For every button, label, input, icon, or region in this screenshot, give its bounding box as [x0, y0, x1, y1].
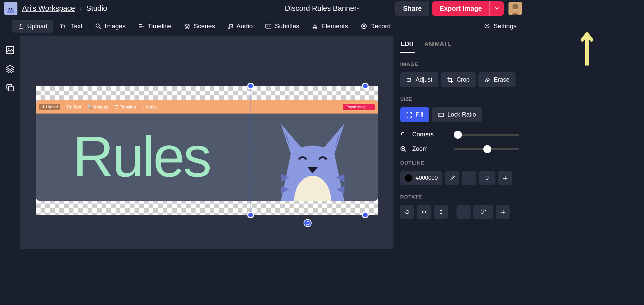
tool-timeline[interactable]: Timeline — [132, 20, 177, 33]
project-title[interactable]: Discord Rules Banner- — [285, 4, 359, 13]
svg-point-8 — [313, 27, 315, 29]
svg-rect-16 — [9, 86, 13, 91]
tool-record[interactable]: Record — [355, 20, 397, 33]
banner-preview[interactable]: ⬆ Upload Tᴛ Text 🔍 Images ☰ Timeline ♪ A… — [36, 100, 378, 201]
tool-audio[interactable]: Audio — [222, 20, 259, 33]
text-icon: TT — [60, 23, 67, 29]
svg-point-22 — [439, 114, 440, 115]
tab-edit[interactable]: EDIT — [400, 41, 415, 53]
svg-point-0 — [9, 8, 10, 9]
corners-label: Corners — [412, 131, 434, 138]
export-image-button[interactable]: Export Image — [432, 1, 489, 16]
zoom-icon — [400, 146, 407, 152]
workspace-link[interactable]: Ari's Workspace — [22, 4, 75, 13]
image-icon[interactable] — [6, 46, 14, 54]
svg-point-12 — [486, 25, 488, 27]
svg-text:T: T — [60, 24, 63, 29]
outline-value[interactable]: 0 — [479, 171, 495, 185]
music-icon — [228, 23, 233, 29]
workspace-avatar[interactable] — [4, 2, 17, 15]
svg-rect-21 — [439, 113, 443, 117]
banner-timeline: ☰ Timeline — [114, 104, 136, 110]
svg-point-1 — [11, 8, 12, 9]
banner-text: Tᴛ Text — [66, 104, 81, 110]
svg-point-18 — [408, 78, 409, 79]
banner-audio: ♪ Audio — [142, 104, 157, 110]
zoom-slider[interactable] — [454, 148, 519, 150]
svg-text:T: T — [63, 25, 65, 29]
ratio-icon — [438, 112, 444, 118]
zoom-label: Zoom — [412, 145, 428, 152]
erase-icon — [484, 77, 490, 83]
subtitles-icon — [265, 24, 271, 29]
resize-handle-top[interactable] — [247, 83, 254, 89]
eyedropper-button[interactable] — [445, 171, 459, 185]
search-icon — [95, 23, 101, 29]
tool-scenes[interactable]: Scenes — [178, 20, 221, 33]
svg-rect-7 — [266, 24, 271, 28]
rotate-value[interactable]: 0° — [473, 205, 493, 219]
svg-point-6 — [96, 24, 99, 27]
crop-icon — [447, 77, 453, 83]
section-size-label: SIZE — [400, 96, 519, 102]
tool-text[interactable]: TT Text — [54, 20, 89, 33]
rotate-increase-button[interactable]: + — [496, 205, 510, 219]
record-icon — [361, 23, 367, 29]
tool-settings[interactable]: Settings — [478, 20, 523, 33]
decrease-button[interactable]: − — [462, 171, 476, 185]
rotate-handle[interactable] — [304, 219, 312, 227]
shapes-icon — [312, 23, 318, 29]
breadcrumb-separator: › — [80, 5, 82, 11]
tool-images[interactable]: Images — [89, 20, 131, 33]
section-outline-label: OUTLINE — [400, 160, 519, 166]
flip-horizontal-button[interactable] — [417, 205, 431, 219]
timeline-icon — [138, 23, 144, 29]
svg-point-20 — [408, 81, 410, 82]
outline-color[interactable]: #000000 — [400, 171, 442, 185]
eyedropper-icon — [449, 175, 455, 181]
fill-button[interactable]: Fill — [400, 107, 429, 122]
rotate-icon — [405, 209, 410, 215]
svg-rect-9 — [315, 27, 317, 29]
banner-upload: ⬆ Upload — [39, 104, 61, 110]
canvas-area[interactable]: ⬆ Upload Tᴛ Text 🔍 Images ☰ Timeline ♪ A… — [20, 36, 393, 249]
svg-rect-13 — [6, 46, 14, 54]
rotate-cw-button[interactable] — [400, 205, 414, 219]
flip-v-icon — [438, 209, 443, 215]
cat-illustration[interactable] — [274, 107, 351, 201]
rotate-decrease-button[interactable]: − — [457, 205, 471, 219]
banner-images: 🔍 Images — [87, 104, 108, 110]
section-rotate-label: ROTATE — [400, 194, 519, 200]
svg-point-11 — [363, 25, 365, 27]
copy-icon[interactable] — [6, 83, 14, 92]
gear-icon — [484, 23, 490, 29]
corners-icon — [400, 131, 407, 138]
chevron-down-icon — [494, 7, 499, 10]
increase-button[interactable]: + — [498, 171, 512, 185]
resize-handle-bottom[interactable] — [247, 212, 254, 218]
share-button[interactable]: Share — [395, 1, 430, 16]
section-image-label: IMAGE — [400, 61, 519, 67]
adjust-icon — [406, 77, 412, 83]
resize-handle-top-right[interactable] — [362, 83, 369, 89]
layers-icon[interactable] — [6, 64, 14, 73]
layers-icon — [184, 23, 190, 29]
color-swatch — [405, 174, 412, 182]
tab-animate[interactable]: ANIMATE — [424, 41, 452, 53]
selection-guide — [365, 86, 365, 215]
tool-elements[interactable]: Elements — [306, 20, 354, 33]
crop-button[interactable]: Crop — [441, 72, 476, 87]
svg-point-19 — [410, 79, 411, 81]
flip-vertical-button[interactable] — [434, 205, 448, 219]
tool-subtitles[interactable]: Subtitles — [259, 20, 305, 33]
resize-handle-bottom-right[interactable] — [362, 212, 369, 218]
adjust-button[interactable]: Adjust — [400, 72, 438, 87]
tool-upload[interactable]: Upload — [12, 20, 53, 33]
breadcrumb-studio: Studio — [86, 4, 107, 13]
lock-ratio-button[interactable]: Lock Ratio — [432, 107, 482, 122]
svg-point-14 — [8, 48, 9, 49]
user-avatar[interactable] — [508, 2, 522, 15]
erase-button[interactable]: Erase — [478, 72, 516, 87]
export-dropdown-button[interactable] — [489, 1, 504, 16]
corners-slider[interactable] — [454, 134, 519, 136]
